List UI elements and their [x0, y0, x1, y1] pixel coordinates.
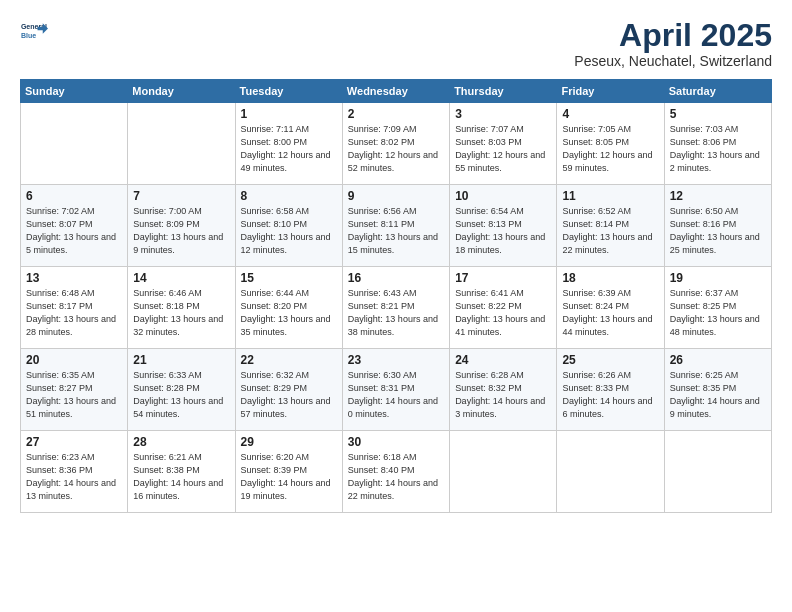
table-row: 22Sunrise: 6:32 AM Sunset: 8:29 PM Dayli…: [235, 349, 342, 431]
day-number: 19: [670, 271, 766, 285]
page: General Blue April 2025 Peseux, Neuchate…: [0, 0, 792, 612]
table-row: 29Sunrise: 6:20 AM Sunset: 8:39 PM Dayli…: [235, 431, 342, 513]
calendar-header-row: Sunday Monday Tuesday Wednesday Thursday…: [21, 80, 772, 103]
table-row: 21Sunrise: 6:33 AM Sunset: 8:28 PM Dayli…: [128, 349, 235, 431]
table-row: 1Sunrise: 7:11 AM Sunset: 8:00 PM Daylig…: [235, 103, 342, 185]
table-row: 25Sunrise: 6:26 AM Sunset: 8:33 PM Dayli…: [557, 349, 664, 431]
col-friday: Friday: [557, 80, 664, 103]
table-row: 17Sunrise: 6:41 AM Sunset: 8:22 PM Dayli…: [450, 267, 557, 349]
day-number: 2: [348, 107, 444, 121]
day-detail: Sunrise: 7:00 AM Sunset: 8:09 PM Dayligh…: [133, 205, 229, 257]
day-detail: Sunrise: 6:20 AM Sunset: 8:39 PM Dayligh…: [241, 451, 337, 503]
table-row: [128, 103, 235, 185]
day-detail: Sunrise: 6:23 AM Sunset: 8:36 PM Dayligh…: [26, 451, 122, 503]
calendar-week-3: 13Sunrise: 6:48 AM Sunset: 8:17 PM Dayli…: [21, 267, 772, 349]
table-row: 15Sunrise: 6:44 AM Sunset: 8:20 PM Dayli…: [235, 267, 342, 349]
day-number: 10: [455, 189, 551, 203]
day-detail: Sunrise: 6:28 AM Sunset: 8:32 PM Dayligh…: [455, 369, 551, 421]
calendar-week-5: 27Sunrise: 6:23 AM Sunset: 8:36 PM Dayli…: [21, 431, 772, 513]
col-wednesday: Wednesday: [342, 80, 449, 103]
table-row: 30Sunrise: 6:18 AM Sunset: 8:40 PM Dayli…: [342, 431, 449, 513]
day-number: 28: [133, 435, 229, 449]
day-detail: Sunrise: 6:21 AM Sunset: 8:38 PM Dayligh…: [133, 451, 229, 503]
day-number: 30: [348, 435, 444, 449]
day-detail: Sunrise: 6:54 AM Sunset: 8:13 PM Dayligh…: [455, 205, 551, 257]
table-row: 27Sunrise: 6:23 AM Sunset: 8:36 PM Dayli…: [21, 431, 128, 513]
day-number: 8: [241, 189, 337, 203]
day-number: 13: [26, 271, 122, 285]
day-detail: Sunrise: 6:18 AM Sunset: 8:40 PM Dayligh…: [348, 451, 444, 503]
day-detail: Sunrise: 7:03 AM Sunset: 8:06 PM Dayligh…: [670, 123, 766, 175]
day-detail: Sunrise: 6:46 AM Sunset: 8:18 PM Dayligh…: [133, 287, 229, 339]
day-detail: Sunrise: 6:52 AM Sunset: 8:14 PM Dayligh…: [562, 205, 658, 257]
day-detail: Sunrise: 7:07 AM Sunset: 8:03 PM Dayligh…: [455, 123, 551, 175]
day-number: 5: [670, 107, 766, 121]
day-number: 3: [455, 107, 551, 121]
day-number: 21: [133, 353, 229, 367]
day-detail: Sunrise: 7:11 AM Sunset: 8:00 PM Dayligh…: [241, 123, 337, 175]
day-number: 9: [348, 189, 444, 203]
day-number: 15: [241, 271, 337, 285]
day-detail: Sunrise: 6:26 AM Sunset: 8:33 PM Dayligh…: [562, 369, 658, 421]
day-detail: Sunrise: 6:58 AM Sunset: 8:10 PM Dayligh…: [241, 205, 337, 257]
day-detail: Sunrise: 7:05 AM Sunset: 8:05 PM Dayligh…: [562, 123, 658, 175]
table-row: 5Sunrise: 7:03 AM Sunset: 8:06 PM Daylig…: [664, 103, 771, 185]
day-number: 12: [670, 189, 766, 203]
day-detail: Sunrise: 6:41 AM Sunset: 8:22 PM Dayligh…: [455, 287, 551, 339]
table-row: 24Sunrise: 6:28 AM Sunset: 8:32 PM Dayli…: [450, 349, 557, 431]
day-number: 16: [348, 271, 444, 285]
logo: General Blue: [20, 18, 48, 46]
table-row: 4Sunrise: 7:05 AM Sunset: 8:05 PM Daylig…: [557, 103, 664, 185]
table-row: 6Sunrise: 7:02 AM Sunset: 8:07 PM Daylig…: [21, 185, 128, 267]
day-number: 25: [562, 353, 658, 367]
day-detail: Sunrise: 6:37 AM Sunset: 8:25 PM Dayligh…: [670, 287, 766, 339]
table-row: [557, 431, 664, 513]
calendar-week-4: 20Sunrise: 6:35 AM Sunset: 8:27 PM Dayli…: [21, 349, 772, 431]
logo-icon: General Blue: [20, 18, 48, 46]
day-number: 1: [241, 107, 337, 121]
day-number: 6: [26, 189, 122, 203]
day-detail: Sunrise: 6:35 AM Sunset: 8:27 PM Dayligh…: [26, 369, 122, 421]
calendar-table: Sunday Monday Tuesday Wednesday Thursday…: [20, 79, 772, 513]
day-detail: Sunrise: 6:39 AM Sunset: 8:24 PM Dayligh…: [562, 287, 658, 339]
table-row: 14Sunrise: 6:46 AM Sunset: 8:18 PM Dayli…: [128, 267, 235, 349]
table-row: 26Sunrise: 6:25 AM Sunset: 8:35 PM Dayli…: [664, 349, 771, 431]
day-detail: Sunrise: 6:43 AM Sunset: 8:21 PM Dayligh…: [348, 287, 444, 339]
day-detail: Sunrise: 6:25 AM Sunset: 8:35 PM Dayligh…: [670, 369, 766, 421]
table-row: [664, 431, 771, 513]
day-number: 4: [562, 107, 658, 121]
day-detail: Sunrise: 7:09 AM Sunset: 8:02 PM Dayligh…: [348, 123, 444, 175]
day-number: 26: [670, 353, 766, 367]
calendar-title: April 2025: [574, 18, 772, 53]
day-detail: Sunrise: 6:44 AM Sunset: 8:20 PM Dayligh…: [241, 287, 337, 339]
calendar-subtitle: Peseux, Neuchatel, Switzerland: [574, 53, 772, 69]
day-number: 17: [455, 271, 551, 285]
col-saturday: Saturday: [664, 80, 771, 103]
day-number: 27: [26, 435, 122, 449]
table-row: 2Sunrise: 7:09 AM Sunset: 8:02 PM Daylig…: [342, 103, 449, 185]
table-row: 11Sunrise: 6:52 AM Sunset: 8:14 PM Dayli…: [557, 185, 664, 267]
day-detail: Sunrise: 6:33 AM Sunset: 8:28 PM Dayligh…: [133, 369, 229, 421]
col-tuesday: Tuesday: [235, 80, 342, 103]
title-block: April 2025 Peseux, Neuchatel, Switzerlan…: [574, 18, 772, 69]
table-row: 19Sunrise: 6:37 AM Sunset: 8:25 PM Dayli…: [664, 267, 771, 349]
table-row: 23Sunrise: 6:30 AM Sunset: 8:31 PM Dayli…: [342, 349, 449, 431]
day-number: 23: [348, 353, 444, 367]
day-detail: Sunrise: 6:50 AM Sunset: 8:16 PM Dayligh…: [670, 205, 766, 257]
day-detail: Sunrise: 7:02 AM Sunset: 8:07 PM Dayligh…: [26, 205, 122, 257]
svg-text:Blue: Blue: [21, 32, 36, 39]
table-row: 8Sunrise: 6:58 AM Sunset: 8:10 PM Daylig…: [235, 185, 342, 267]
table-row: 10Sunrise: 6:54 AM Sunset: 8:13 PM Dayli…: [450, 185, 557, 267]
day-number: 24: [455, 353, 551, 367]
day-number: 18: [562, 271, 658, 285]
table-row: 7Sunrise: 7:00 AM Sunset: 8:09 PM Daylig…: [128, 185, 235, 267]
day-detail: Sunrise: 6:48 AM Sunset: 8:17 PM Dayligh…: [26, 287, 122, 339]
table-row: 16Sunrise: 6:43 AM Sunset: 8:21 PM Dayli…: [342, 267, 449, 349]
day-number: 20: [26, 353, 122, 367]
day-detail: Sunrise: 6:32 AM Sunset: 8:29 PM Dayligh…: [241, 369, 337, 421]
day-number: 14: [133, 271, 229, 285]
calendar-week-1: 1Sunrise: 7:11 AM Sunset: 8:00 PM Daylig…: [21, 103, 772, 185]
table-row: 13Sunrise: 6:48 AM Sunset: 8:17 PM Dayli…: [21, 267, 128, 349]
table-row: 12Sunrise: 6:50 AM Sunset: 8:16 PM Dayli…: [664, 185, 771, 267]
table-row: 28Sunrise: 6:21 AM Sunset: 8:38 PM Dayli…: [128, 431, 235, 513]
